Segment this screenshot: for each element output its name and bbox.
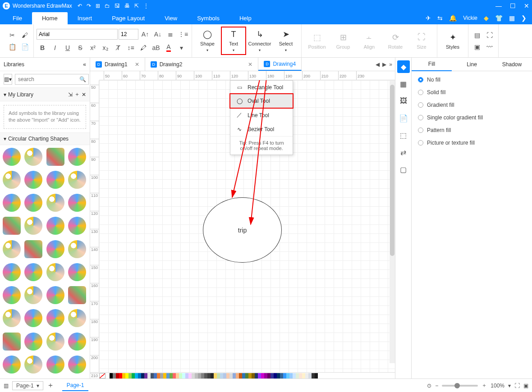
text-tool-button[interactable]: T Text ▾ [221, 27, 246, 55]
color-swatch[interactable] [315, 373, 318, 378]
subscript-icon[interactable]: x₂ [100, 42, 111, 54]
color-swatch[interactable] [223, 373, 226, 378]
my-library-header[interactable]: ▾ My Library ⇲ ＋ ✕ [0, 87, 90, 101]
library-shape[interactable] [24, 263, 42, 281]
menu-file[interactable]: File [3, 12, 32, 24]
color-swatch[interactable] [195, 373, 198, 378]
underline-icon[interactable]: U [62, 42, 73, 54]
scrollbar-thumb[interactable] [390, 85, 394, 256]
library-shape[interactable] [46, 263, 64, 281]
search-icon[interactable]: 🔍 [79, 74, 86, 85]
drawing-canvas[interactable]: ▭Rectangle Tool ◯Oval Tool ／Line Tool ∿B… [99, 80, 395, 372]
close-tab-icon[interactable]: ✕ [185, 61, 252, 68]
color-swatch[interactable] [207, 373, 211, 378]
color-swatch[interactable] [182, 373, 185, 378]
fill-color-icon[interactable]: ▣ [471, 41, 483, 53]
color-swatch[interactable] [116, 373, 119, 378]
send-icon[interactable]: ✈ [426, 14, 431, 22]
crop-icon[interactable]: ⛶ [484, 29, 495, 41]
library-shape[interactable] [68, 309, 86, 327]
tab-shadow[interactable]: Shadow [492, 58, 532, 71]
save-icon[interactable]: 🖫 [115, 3, 120, 9]
color-swatch[interactable] [214, 373, 217, 378]
color-swatch[interactable] [239, 373, 242, 378]
layout-tool-icon[interactable]: ⬚ [397, 129, 410, 141]
color-swatch[interactable] [233, 373, 236, 378]
color-swatch[interactable] [299, 373, 302, 378]
library-shape[interactable] [68, 171, 86, 189]
layers-icon[interactable]: ▤ [471, 29, 483, 41]
color-swatch[interactable] [252, 373, 255, 378]
present-tool-icon[interactable]: ▢ [397, 163, 410, 176]
color-swatch[interactable] [106, 373, 110, 378]
color-swatch[interactable] [217, 373, 220, 378]
option-picture-fill[interactable]: Picture or texture fill [418, 140, 526, 146]
menu-symbols[interactable]: Symbols [187, 12, 229, 24]
group-button[interactable]: ⊞Group [330, 31, 356, 51]
page-tool-icon[interactable]: 📄 [397, 112, 410, 124]
play-icon[interactable]: ⊙ [427, 383, 431, 389]
library-shape[interactable] [3, 263, 21, 281]
library-shape[interactable] [68, 194, 86, 212]
grid-tool-icon[interactable]: ▦ [397, 77, 410, 90]
open-icon[interactable]: 🗀 [105, 3, 110, 9]
library-search-input[interactable] [15, 74, 89, 85]
strike-icon[interactable]: S [74, 42, 86, 54]
tab-next-icon[interactable]: ▶ [382, 61, 386, 68]
italic-icon[interactable]: I [49, 42, 61, 54]
color-swatch[interactable] [261, 373, 264, 378]
increase-font-icon[interactable]: A↑ [139, 28, 151, 40]
connector-tool-button[interactable]: ↳ Connector ▾ [247, 27, 272, 54]
option-no-fill[interactable]: No fill [418, 77, 526, 83]
font-size-select[interactable] [119, 29, 138, 40]
library-shape[interactable] [3, 240, 21, 258]
no-color-swatch[interactable] [99, 373, 105, 378]
menu-home[interactable]: Home [32, 12, 68, 24]
color-swatch[interactable] [226, 373, 229, 378]
color-swatch[interactable] [176, 373, 179, 378]
library-shape[interactable] [46, 333, 64, 351]
color-swatch[interactable] [211, 373, 214, 378]
color-swatch[interactable] [160, 373, 163, 378]
bold-icon[interactable]: B [37, 42, 48, 54]
library-shape[interactable] [46, 217, 64, 235]
color-swatch[interactable] [229, 373, 233, 378]
color-swatch[interactable] [302, 373, 305, 378]
bezier-tool-item[interactable]: ∿Bezier Tool [230, 123, 293, 136]
color-swatch[interactable] [283, 373, 286, 378]
color-swatch[interactable] [166, 373, 170, 378]
color-swatch[interactable] [245, 373, 248, 378]
add-page-button[interactable]: ＋ [47, 381, 54, 390]
color-swatch[interactable] [255, 373, 258, 378]
color-swatch[interactable] [258, 373, 261, 378]
color-swatch[interactable] [274, 373, 277, 378]
superscript-icon[interactable]: x² [87, 42, 99, 54]
tab-drawing4[interactable]: DDrawing4 [258, 58, 302, 71]
share-icon[interactable]: ⇆ [437, 14, 443, 22]
color-swatch[interactable] [293, 373, 296, 378]
align-text-icon[interactable]: ≣ [165, 28, 176, 40]
close-button[interactable]: ✕ [524, 2, 529, 9]
library-shape[interactable] [24, 240, 42, 258]
canvas-scrollbar[interactable] [390, 80, 395, 363]
format-painter-icon[interactable]: 🖌 [19, 29, 31, 41]
color-swatch[interactable] [163, 373, 166, 378]
user-name[interactable]: Vickie [463, 15, 477, 21]
color-swatch[interactable] [308, 373, 312, 378]
fill-tool-icon[interactable]: ◆ [397, 60, 410, 73]
library-shape[interactable] [24, 309, 42, 327]
color-swatch[interactable] [185, 373, 188, 378]
library-shape[interactable] [46, 171, 64, 189]
color-swatch[interactable] [305, 373, 308, 378]
font-more-icon[interactable]: ▾ [175, 42, 187, 54]
color-swatch[interactable] [110, 373, 113, 378]
close-section-icon[interactable]: ✕ [82, 91, 86, 98]
library-shape[interactable] [68, 356, 86, 374]
option-pattern-fill[interactable]: Pattern fill [418, 127, 526, 133]
tab-overflow-icon[interactable]: » [389, 61, 392, 68]
color-swatch[interactable] [135, 373, 138, 378]
color-swatch[interactable] [113, 373, 116, 378]
color-swatch[interactable] [242, 373, 245, 378]
color-swatch[interactable] [271, 373, 274, 378]
library-shape[interactable] [3, 333, 21, 351]
